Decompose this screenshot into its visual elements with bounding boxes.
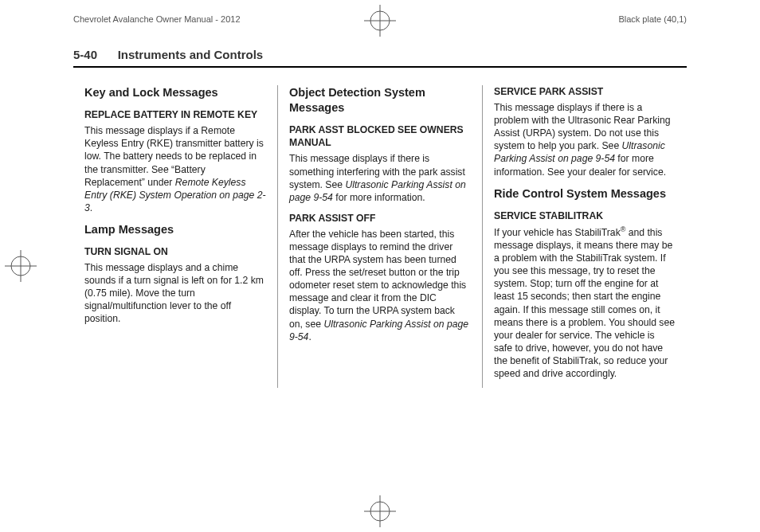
plate-info: Black plate (40,1): [618, 14, 687, 24]
column-3: SERVICE PARK ASSIST This message display…: [482, 85, 687, 388]
text: .: [308, 331, 311, 342]
running-header: 5-40 Instruments and Controls: [73, 48, 687, 68]
doc-title: Chevrolet Avalanche Owner Manual - 2012: [73, 14, 241, 24]
columns: Key and Lock Messages REPLACE BATTERY IN…: [73, 85, 687, 388]
text: for more information.: [333, 192, 425, 203]
heading-object-detection: Object Detection System Messages: [289, 85, 471, 115]
page-content: 5-40 Instruments and Controls Key and Lo…: [73, 48, 687, 500]
msg-title-service-park: SERVICE PARK ASSIST: [494, 85, 676, 98]
heading-key-lock: Key and Lock Messages: [84, 85, 266, 100]
text: and this message displays, it means ther…: [494, 227, 675, 379]
text: .: [90, 202, 92, 213]
msg-title-park-off: PARK ASSIST OFF: [289, 212, 471, 225]
msg-body-park-off: After the vehicle has been started, this…: [289, 228, 471, 343]
msg-body-park-blocked: This message displays if there is someth…: [289, 152, 471, 203]
column-1: Key and Lock Messages REPLACE BATTERY IN…: [73, 85, 277, 388]
msg-body-replace-battery: This message displays if a Remote Keyles…: [84, 124, 266, 214]
msg-title-replace-battery: REPLACE BATTERY IN REMOTE KEY: [84, 108, 266, 121]
crop-mark-left-icon: [5, 250, 37, 282]
msg-title-park-blocked: PARK ASST BLOCKED SEE OWNERS MANUAL: [289, 123, 471, 149]
heading-lamp: Lamp Messages: [84, 222, 266, 237]
crop-mark-top-icon: [364, 5, 396, 37]
section-title: Instruments and Controls: [118, 48, 264, 61]
page-number: 5-40: [73, 48, 97, 61]
text: If your vehicle has StabiliTrak: [494, 227, 621, 238]
msg-title-service-stabilitrak: SERVICE STABILITRAK: [494, 209, 676, 222]
column-2: Object Detection System Messages PARK AS…: [277, 85, 482, 388]
msg-body-service-stabilitrak: If your vehicle has StabiliTrak® and thi…: [494, 225, 676, 380]
msg-body-service-park: This message displays if there is a prob…: [494, 101, 676, 178]
heading-ride-control: Ride Control System Messages: [494, 186, 676, 201]
msg-body-turn-signal: This message displays and a chime sounds…: [84, 261, 266, 325]
msg-title-turn-signal: TURN SIGNAL ON: [84, 245, 266, 258]
text: After the vehicle has been started, this…: [289, 229, 466, 330]
crop-mark-bottom-icon: [364, 495, 396, 527]
